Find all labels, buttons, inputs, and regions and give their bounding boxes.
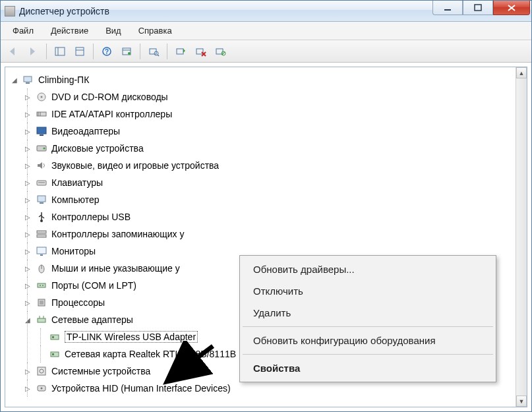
- keyboard-icon: [36, 177, 47, 189]
- disc-icon: [36, 91, 47, 103]
- back-button[interactable]: [5, 43, 22, 60]
- computer-icon: [22, 74, 34, 86]
- svg-rect-0: [444, 9, 451, 11]
- tree-node-label: Клавиатуры: [51, 177, 103, 188]
- minimize-button[interactable]: [432, 1, 463, 15]
- svg-rect-31: [38, 196, 45, 202]
- close-button[interactable]: [493, 1, 530, 15]
- nic-icon: [49, 331, 61, 343]
- svg-rect-40: [38, 283, 45, 287]
- menu-view[interactable]: Вид: [98, 23, 129, 38]
- svg-rect-4: [76, 47, 84, 55]
- tree-node-label: Системные устройства: [51, 366, 150, 376]
- svg-rect-26: [40, 134, 44, 136]
- leaf-spacer: [37, 333, 45, 341]
- storage-icon: [36, 228, 47, 240]
- menu-help[interactable]: Справка: [131, 23, 180, 38]
- expand-icon[interactable]: ▷: [24, 230, 32, 238]
- tree-node-label: Контроллеры USB: [51, 212, 131, 222]
- properties-toolbar-button[interactable]: [71, 43, 88, 60]
- svg-rect-34: [37, 231, 46, 233]
- context-menu-item[interactable]: Свойства: [241, 357, 494, 379]
- tree-node[interactable]: ▷Звуковые, видео и игровые устройства: [24, 157, 524, 174]
- expand-icon[interactable]: ▷: [24, 299, 32, 307]
- tree-node[interactable]: ▷Клавиатуры: [24, 174, 524, 191]
- expand-icon[interactable]: ▷: [24, 110, 32, 118]
- tree-node-label: TP-LINK Wireless USB Adapter: [65, 331, 198, 343]
- system-icon: [36, 365, 47, 377]
- context-menu-item[interactable]: Обновить конфигурацию оборудования: [241, 330, 494, 351]
- svg-rect-44: [40, 301, 44, 305]
- tree-node[interactable]: ▷Контроллеры запоминающих у: [24, 225, 524, 243]
- expand-icon[interactable]: ▷: [24, 384, 32, 392]
- scan-hardware-button[interactable]: [145, 43, 162, 60]
- collapse-icon[interactable]: ◢: [24, 316, 32, 324]
- forward-button[interactable]: [24, 43, 42, 60]
- menu-file[interactable]: Файл: [5, 23, 42, 38]
- window-title: Диспетчер устройств: [19, 6, 432, 16]
- tree-node[interactable]: ▷Контроллеры USB: [24, 208, 524, 225]
- expand-icon[interactable]: ▷: [24, 213, 32, 221]
- uninstall-toolbar-button[interactable]: [192, 43, 209, 60]
- tree-node-label: Процессоры: [51, 297, 105, 308]
- expand-icon[interactable]: ▷: [24, 196, 32, 204]
- expand-icon[interactable]: ▷: [24, 367, 32, 375]
- update-driver-toolbar-button[interactable]: [172, 43, 189, 60]
- tree-root-node[interactable]: ◢Climbing-ПК: [11, 71, 524, 88]
- svg-rect-49: [52, 336, 54, 338]
- svg-text:?: ?: [105, 48, 109, 55]
- ide-icon: [36, 108, 47, 120]
- tree-node[interactable]: ▷Видеоадаптеры: [24, 123, 524, 140]
- scroll-up-button[interactable]: ▲: [516, 67, 527, 78]
- expand-icon[interactable]: ▷: [24, 93, 32, 101]
- expand-icon[interactable]: ▷: [24, 127, 32, 135]
- collapse-icon[interactable]: ◢: [11, 76, 18, 84]
- help-toolbar-button[interactable]: ?: [98, 43, 115, 60]
- svg-rect-48: [51, 335, 59, 339]
- tree-node-label: DVD и CD-ROM дисководы: [51, 92, 168, 102]
- device-tree-panel: ◢Climbing-ПК▷DVD и CD-ROM дисководы▷IDE …: [5, 67, 527, 407]
- svg-point-21: [41, 96, 43, 98]
- titlebar[interactable]: Диспетчер устройств: [1, 1, 531, 22]
- refresh-toolbar-button[interactable]: [118, 43, 135, 60]
- context-menu-item[interactable]: Обновить драйверы...: [241, 258, 494, 280]
- tree-node[interactable]: ▷Компьютер: [24, 191, 524, 208]
- svg-point-33: [40, 220, 43, 222]
- menubar: Файл Действие Вид Справка: [1, 22, 531, 40]
- disable-toolbar-button[interactable]: [212, 43, 229, 60]
- scroll-down-button[interactable]: ▼: [516, 396, 527, 407]
- tree-node-label: Устройства HID (Human Interface Devices): [51, 383, 231, 394]
- expand-icon[interactable]: ▷: [24, 281, 32, 289]
- expand-icon[interactable]: ▷: [24, 247, 32, 255]
- context-menu-item[interactable]: Отключить: [241, 280, 494, 302]
- usb-icon: [36, 211, 47, 223]
- svg-rect-18: [24, 76, 32, 82]
- expand-icon[interactable]: ▷: [24, 162, 32, 169]
- port-icon: [36, 280, 47, 291]
- svg-line-13: [158, 55, 159, 56]
- expand-icon[interactable]: ▷: [24, 144, 32, 152]
- svg-rect-51: [52, 353, 54, 355]
- toolbar-separator: [140, 44, 140, 59]
- maximize-button[interactable]: [463, 1, 493, 15]
- expand-icon[interactable]: ▷: [24, 264, 32, 272]
- scroll-track[interactable]: [516, 78, 527, 396]
- tree-node-label: Сетевые адаптеры: [51, 314, 133, 325]
- tree-node[interactable]: ▷IDE ATA/ATAPI контроллеры: [24, 105, 524, 123]
- tree-node-label: Climbing-ПК: [38, 74, 89, 85]
- expand-icon[interactable]: ▷: [24, 179, 32, 187]
- context-menu-separator: [243, 326, 493, 327]
- context-menu-item[interactable]: Удалить: [241, 302, 494, 324]
- menu-action[interactable]: Действие: [43, 23, 96, 38]
- tree-node[interactable]: ▷Дисковые устройства: [24, 140, 524, 157]
- tree-node-label: Контроллеры запоминающих у: [51, 229, 184, 239]
- svg-rect-2: [55, 47, 65, 55]
- svg-rect-32: [40, 202, 44, 204]
- tree-node-label: Звуковые, видео и игровые устройства: [51, 160, 219, 171]
- display-icon: [36, 125, 47, 137]
- show-hide-tree-button[interactable]: [51, 43, 69, 60]
- toolbar: ?: [1, 40, 531, 63]
- vertical-scrollbar[interactable]: ▲ ▼: [516, 67, 527, 407]
- svg-rect-25: [37, 127, 46, 134]
- tree-node[interactable]: ▷DVD и CD-ROM дисководы: [24, 88, 524, 105]
